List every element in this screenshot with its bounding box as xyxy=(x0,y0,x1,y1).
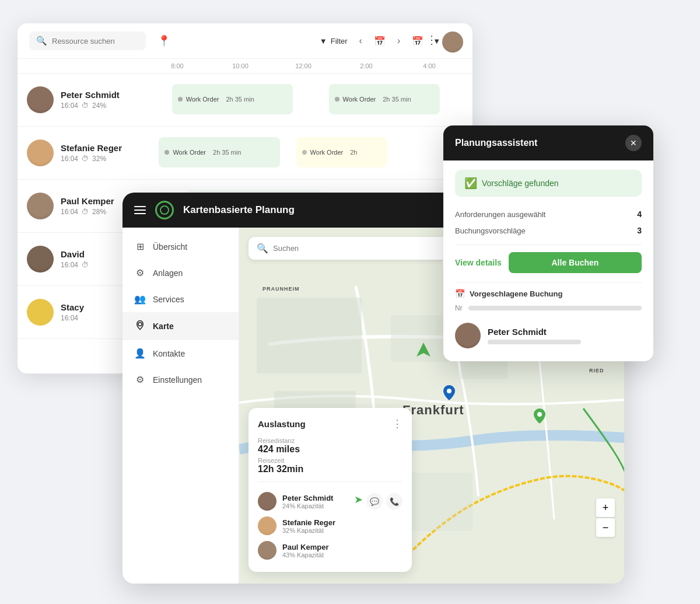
filter-left-button[interactable]: ▼ Filter xyxy=(320,37,348,46)
travel-distance-stat: Reisedistanz 424 miles xyxy=(258,437,402,455)
filter-icon: ▼ xyxy=(320,37,327,46)
map-sidebar: ⊞ Übersicht ⚙ Anlagen 👥 Services Karte xyxy=(123,228,239,584)
logo-icon xyxy=(155,201,174,219)
zoom-controls: + − xyxy=(596,498,615,537)
time-label-3: 12:00 xyxy=(272,62,335,69)
person-avatar xyxy=(258,516,276,535)
kontakte-icon: 👤 xyxy=(134,348,146,359)
calendar-nav-icon: 📅 xyxy=(374,36,386,47)
overview-icon: ⊞ xyxy=(134,241,146,252)
avatar xyxy=(27,139,54,166)
chat-button[interactable]: 💬 xyxy=(366,493,383,509)
person-info: Paul Kemper 43% Kapazität xyxy=(282,543,402,558)
time-label-1: 8:00 xyxy=(146,62,209,69)
booking-avatar xyxy=(455,323,481,348)
planner-actions: View details Alle Buchen xyxy=(455,252,642,273)
resource-info: Stefanie Reger 16:04 ⏱ 32% xyxy=(18,132,146,173)
planner-header: Planungsassistent ✕ xyxy=(443,125,653,160)
sidebar-item-kontakte[interactable]: 👤 Kontakte xyxy=(123,340,239,366)
map-pin-green[interactable] xyxy=(534,409,545,426)
bar-dot xyxy=(302,150,307,155)
navigate-icon: ➤ xyxy=(354,493,363,509)
success-text: Vorschläge gefunden xyxy=(482,179,559,188)
zoom-out-button[interactable]: − xyxy=(596,518,615,537)
resource-meta: 16:04 ⏱ 32% xyxy=(61,155,122,163)
sidebar-item-anlagen[interactable]: ⚙ Anlagen xyxy=(123,260,239,286)
table-row: Peter Schmidt 16:04 ⏱ 24% Work Order 2h … xyxy=(18,74,473,127)
svg-point-9 xyxy=(537,412,542,417)
topright-avatar xyxy=(442,32,463,53)
bar-dot xyxy=(164,150,169,155)
ried-label: RIED xyxy=(589,368,604,373)
table-row: Stefanie Reger 16:04 ⏱ 32% Work Order 2h… xyxy=(18,127,473,180)
time-label-5: 4:00 xyxy=(398,62,461,69)
sidebar-label-karte: Karte xyxy=(153,322,174,331)
add-calendar-icon: 📅 xyxy=(412,36,424,47)
resource-meta: 16:04 xyxy=(61,314,84,322)
search-input[interactable] xyxy=(52,37,134,46)
svg-point-8 xyxy=(447,389,452,393)
suggestions-row: Buchungsvorschläge 3 xyxy=(455,222,642,239)
three-dot-menu[interactable]: ⋮ xyxy=(426,33,438,47)
sidebar-item-karte[interactable]: Karte xyxy=(123,312,239,340)
person-actions: ➤ 💬 📞 xyxy=(354,493,402,509)
resource-name: David xyxy=(61,249,89,259)
booking-section: 📅 Vorgeschlagene Buchung Nr Peter Schmid… xyxy=(455,282,642,352)
services-icon: 👥 xyxy=(134,294,146,305)
booking-person: Peter Schmidt xyxy=(455,319,642,352)
sidebar-item-overview[interactable]: ⊞ Übersicht xyxy=(123,233,239,260)
search-box[interactable]: 🔍 xyxy=(29,32,146,50)
avatar xyxy=(27,86,54,113)
book-all-button[interactable]: Alle Buchen xyxy=(509,252,642,273)
avatar xyxy=(27,193,54,219)
person-avatar xyxy=(258,492,276,511)
util-menu-icon[interactable]: ⋮ xyxy=(392,417,402,430)
util-divider xyxy=(258,481,402,482)
time-label-4: 2:00 xyxy=(335,62,398,69)
bar-dot xyxy=(335,97,340,102)
sidebar-item-services[interactable]: 👥 Services xyxy=(123,286,239,312)
booking-person-details: Peter Schmidt xyxy=(488,327,581,344)
calendar-toolbar: 🔍 📍 ▼ Filter ‹ 📅 › 📅 ▼ Filter xyxy=(18,23,473,59)
search-icon: 🔍 xyxy=(36,36,47,46)
map-pin-blue[interactable] xyxy=(443,385,455,403)
view-details-button[interactable]: View details xyxy=(455,258,502,267)
nav-prev-button[interactable]: ‹ xyxy=(357,36,365,46)
anlagen-icon: ⚙ xyxy=(134,267,146,278)
clock-icon: ⏱ xyxy=(82,208,89,216)
svg-rect-2 xyxy=(257,298,362,373)
planner-body: ✅ Vorschläge gefunden Anforderungen ausg… xyxy=(443,160,653,361)
call-button[interactable]: 📞 xyxy=(386,493,402,509)
gantt-bar: Work Order 2h 35 min xyxy=(172,84,293,114)
booking-section-title: 📅 Vorgeschlagene Buchung xyxy=(455,289,642,298)
svg-point-0 xyxy=(138,323,142,326)
resource-meta: 16:04 ⏱ 24% xyxy=(61,102,120,110)
booking-nr-row: Nr xyxy=(455,304,642,312)
resource-name: Stacy xyxy=(61,302,84,312)
zoom-in-button[interactable]: + xyxy=(596,498,615,517)
gantt-bar: Work Order 2h xyxy=(296,137,388,167)
nav-next-button[interactable]: › xyxy=(395,36,402,46)
close-button[interactable]: ✕ xyxy=(625,135,642,151)
location-icon: 📍 xyxy=(158,34,170,47)
navigation-arrow-icon xyxy=(415,341,432,360)
gantt-area: Work Order 2h 35 min Work Order 2h xyxy=(146,127,473,179)
resource-info: Peter Schmidt 16:04 ⏱ 24% xyxy=(18,79,146,120)
clock-icon: ⏱ xyxy=(82,155,89,163)
gantt-bar: Work Order 2h 35 min xyxy=(159,137,279,167)
person-info: Peter Schmidt 24% Kapazität xyxy=(282,494,348,509)
clock-icon: ⏱ xyxy=(82,102,89,110)
sidebar-label-services: Services xyxy=(153,295,184,304)
sidebar-item-einstellungen[interactable]: ⚙ Einstellungen xyxy=(123,366,239,393)
booking-calendar-icon: 📅 xyxy=(455,289,465,298)
travel-time-stat: Reisezeit 12h 32min xyxy=(258,457,402,474)
time-label-2: 10:00 xyxy=(209,62,272,69)
planner-panel: Planungsassistent ✕ ✅ Vorschläge gefunde… xyxy=(443,125,653,361)
time-bar: 8:00 10:00 12:00 2:00 4:00 xyxy=(18,59,473,74)
resource-meta: 16:04 ⏱ 28% xyxy=(61,208,114,216)
hamburger-menu-icon[interactable] xyxy=(134,206,146,214)
avatar xyxy=(27,246,54,273)
requirements-row: Anforderungen ausgewählt 4 xyxy=(455,206,642,222)
resource-name: Peter Schmidt xyxy=(61,90,120,100)
person-info: Stefanie Reger 32% Kapazität xyxy=(282,518,402,534)
